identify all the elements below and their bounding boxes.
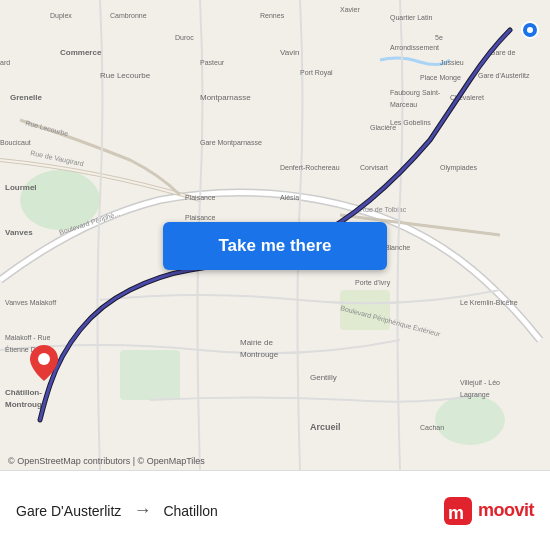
svg-text:Montrouge: Montrouge	[5, 400, 47, 409]
svg-text:Rennes: Rennes	[260, 12, 285, 19]
svg-text:Olympiades: Olympiades	[440, 164, 477, 172]
map-attribution: © OpenStreetMap contributors | © OpenMap…	[8, 456, 205, 466]
svg-text:Arcueil: Arcueil	[310, 422, 341, 432]
destination-pin	[30, 345, 58, 385]
svg-text:Chevaleret: Chevaleret	[450, 94, 484, 101]
route-to: Chatillon	[163, 503, 217, 519]
svg-text:Corvisart: Corvisart	[360, 164, 388, 171]
svg-text:Jussieu: Jussieu	[440, 59, 464, 66]
svg-text:Vanves Malakoff: Vanves Malakoff	[5, 299, 56, 306]
route-from: Gare D'Austerlitz	[16, 503, 121, 519]
svg-text:Grenelle: Grenelle	[10, 93, 43, 102]
svg-point-4	[435, 395, 505, 445]
svg-text:Pasteur: Pasteur	[200, 59, 225, 66]
svg-text:Plaisance: Plaisance	[185, 194, 215, 201]
svg-text:Duroc: Duroc	[175, 34, 194, 41]
svg-text:Cambronne: Cambronne	[110, 12, 147, 19]
svg-text:Duplex: Duplex	[50, 12, 72, 20]
svg-point-63	[38, 353, 50, 365]
svg-text:Marceau: Marceau	[390, 101, 417, 108]
svg-text:m: m	[448, 503, 464, 523]
take-me-there-button[interactable]: Take me there	[163, 222, 387, 270]
svg-text:Port Royal: Port Royal	[300, 69, 333, 77]
svg-text:Les Gobelins: Les Gobelins	[390, 119, 431, 126]
svg-text:Gentilly: Gentilly	[310, 373, 337, 382]
svg-text:Faubourg Saint-: Faubourg Saint-	[390, 89, 441, 97]
route-arrow: →	[133, 500, 151, 521]
svg-text:Vanves: Vanves	[5, 228, 33, 237]
svg-text:Gare de: Gare de	[490, 49, 515, 56]
svg-text:Boucicaut: Boucicaut	[0, 139, 31, 146]
svg-text:Cachan: Cachan	[420, 424, 444, 431]
svg-text:Porte d'Ivry: Porte d'Ivry	[355, 279, 391, 287]
moovit-icon: m	[444, 497, 472, 525]
svg-text:Mairie de: Mairie de	[240, 338, 273, 347]
svg-text:Alésia: Alésia	[280, 194, 299, 201]
svg-text:Place Monge: Place Monge	[420, 74, 461, 82]
svg-text:Lourmel: Lourmel	[5, 183, 37, 192]
map-container: Boulevard Périphé... Rue de Tolbiac Rue …	[0, 0, 550, 470]
origin-pin	[520, 20, 540, 44]
svg-text:Rue Lecourbe: Rue Lecourbe	[100, 71, 151, 80]
svg-text:Gare d'Austerlitz: Gare d'Austerlitz	[478, 72, 530, 79]
svg-text:Denfert-Rochereau: Denfert-Rochereau	[280, 164, 340, 171]
svg-text:ard: ard	[0, 59, 10, 66]
svg-text:Commerce: Commerce	[60, 48, 102, 57]
moovit-brand-text: moovit	[478, 500, 534, 521]
svg-text:Malakoff - Rue: Malakoff - Rue	[5, 334, 50, 341]
svg-text:Châtillon-: Châtillon-	[5, 388, 42, 397]
route-info: Gare D'Austerlitz → Chatillon	[16, 500, 444, 521]
svg-rect-2	[120, 350, 180, 400]
svg-text:Arrondissement: Arrondissement	[390, 44, 439, 51]
bottom-bar: Gare D'Austerlitz → Chatillon m moovit	[0, 470, 550, 550]
svg-text:Lagrange: Lagrange	[460, 391, 490, 399]
svg-text:Montparnasse: Montparnasse	[200, 93, 251, 102]
svg-text:Vavin: Vavin	[280, 48, 299, 57]
svg-text:Gare Montparnasse: Gare Montparnasse	[200, 139, 262, 147]
svg-text:Plaisance: Plaisance	[185, 214, 215, 221]
svg-text:Quartier Latin: Quartier Latin	[390, 14, 433, 22]
svg-text:Le Kremlin-Bicêtre: Le Kremlin-Bicêtre	[460, 299, 518, 306]
svg-text:Xavier: Xavier	[340, 6, 361, 13]
moovit-logo: m moovit	[444, 497, 534, 525]
svg-text:Villejuif - Léo: Villejuif - Léo	[460, 379, 500, 387]
svg-point-62	[527, 27, 533, 33]
svg-text:5e: 5e	[435, 34, 443, 41]
svg-text:Montrouge: Montrouge	[240, 350, 279, 359]
